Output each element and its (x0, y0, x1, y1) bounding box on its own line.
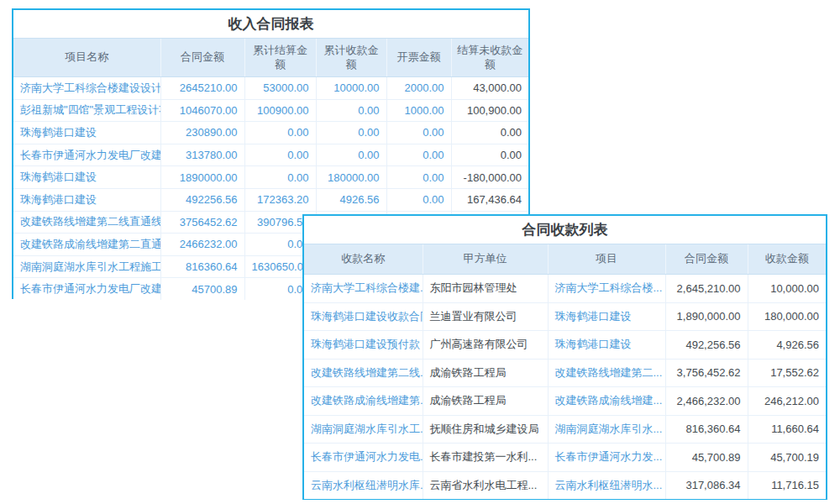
table-row: 湖南洞庭湖水库引水工...抚顺住房和城乡建设局湖南洞庭湖水库引水...816,3… (304, 415, 826, 444)
project-link[interactable]: 珠海鹤港口建设收款合同 (304, 302, 423, 331)
cell: 45,700.89 (665, 444, 748, 472)
column-header: 合同金额 (160, 39, 244, 77)
project-link[interactable]: 湖南洞庭湖水库引水... (548, 415, 665, 444)
cell: 0.00 (316, 99, 386, 122)
cell: 0.00 (244, 144, 316, 166)
cell: 0.00 (244, 166, 316, 189)
cell: 45,700.19 (748, 444, 826, 472)
project-link[interactable]: 改建铁路线增建第二线直通线 (13, 211, 160, 234)
cell: 东阳市园林管理处 (423, 275, 548, 303)
cell: 0.00 (386, 122, 451, 144)
cell: 100,900.00 (451, 99, 528, 122)
cell: 17,552.62 (748, 359, 826, 387)
cell: 167,436.64 (451, 188, 528, 211)
cell: 317,086.34 (665, 471, 748, 499)
cell: 0.00 (316, 144, 386, 166)
table-row: 改建铁路线增建第二线...成渝铁路工程局改建铁路线增建第二...3,756,45… (304, 359, 826, 387)
project-link[interactable]: 云南水利枢纽潜明水库... (304, 471, 423, 499)
cell: 43,000.00 (451, 77, 528, 100)
cell: 3,756,452.62 (665, 359, 748, 387)
project-link[interactable]: 济南大学工科综合楼... (548, 275, 665, 303)
cell: 11,716.15 (748, 471, 826, 499)
project-link[interactable]: 珠海鹤港口建设 (548, 331, 665, 360)
cell: 1,890,000.00 (665, 302, 748, 331)
column-header: 收款金额 (748, 244, 826, 275)
table-row: 云南水利枢纽潜明水库...云南省水利水电工程...云南水利枢纽潜明水...317… (304, 471, 826, 499)
income-report-header-row: 项目名称合同金额累计结算金额累计收款金额开票金额结算未收款金额 (13, 39, 528, 77)
column-header: 累计收款金额 (316, 39, 386, 77)
table-row: 珠海鹤港口建设预付款广州高速路有限公司珠海鹤港口建设492,256.564,92… (304, 331, 826, 360)
cell: 0.00 (386, 144, 451, 166)
column-header: 开票金额 (386, 39, 451, 77)
table-row: 彭祖新城"四馆"景观工程设计项目1046070.00100900.000.001… (13, 99, 528, 122)
cell: 0.00 (316, 122, 386, 144)
cell: 492,256.56 (665, 331, 748, 360)
project-link[interactable]: 云南水利枢纽潜明水... (548, 471, 665, 499)
table-row: 改建铁路成渝线增建第...成渝铁路工程局改建铁路成渝线增建...2,466,23… (304, 387, 826, 416)
project-link[interactable]: 长春市伊通河水力发电厂改建工程 (13, 144, 160, 166)
table-row: 长春市伊通河水力发电厂改建工程313780.000.000.000.000.00 (13, 144, 528, 166)
column-header: 累计结算金额 (244, 39, 316, 77)
project-link[interactable]: 珠海鹤港口建设 (13, 188, 160, 211)
cell: 10,000.00 (748, 275, 826, 303)
cell: 长春市建投第一水利... (423, 444, 548, 472)
cell: 抚顺住房和城乡建设局 (423, 415, 548, 444)
project-link[interactable]: 珠海鹤港口建设 (13, 122, 160, 144)
cell: 45700.89 (160, 278, 244, 300)
project-link[interactable]: 改建铁路线增建第二线... (304, 359, 423, 387)
project-link[interactable]: 湖南洞庭湖水库引水工... (304, 415, 423, 444)
project-link[interactable]: 改建铁路成渝线增建... (548, 387, 665, 416)
receipt-list-header-row: 收款名称甲方单位项目合同金额收款金额 (304, 244, 826, 275)
cell: 313780.00 (160, 144, 244, 166)
cell: 0.00 (386, 188, 451, 211)
cell: 0.00 (451, 144, 528, 166)
cell: 11,660.64 (748, 415, 826, 444)
income-report-title: 收入合同报表 (13, 10, 528, 38)
project-link[interactable]: 改建铁路成渝线增建第... (304, 387, 423, 416)
project-link[interactable]: 长春市伊通河水力发... (548, 444, 665, 472)
project-link[interactable]: 济南大学工科综合楼建设设计项目 (13, 77, 160, 100)
table-row: 济南大学工科综合楼建设设计项目2645210.0053000.0010000.0… (13, 77, 528, 100)
project-link[interactable]: 彭祖新城"四馆"景观工程设计项目 (13, 99, 160, 122)
cell: 1890000.00 (160, 166, 244, 189)
column-header: 结算未收款金额 (451, 39, 528, 77)
receipt-list-title: 合同收款列表 (304, 216, 826, 244)
cell: 0.00 (386, 166, 451, 189)
cell: 2000.00 (386, 77, 451, 100)
column-header: 项目 (548, 244, 665, 275)
cell: 816,360.64 (665, 415, 748, 444)
cell: 246,212.00 (748, 387, 826, 416)
table-row: 珠海鹤港口建设230890.000.000.000.000.00 (13, 122, 528, 144)
receipt-list-panel: 合同收款列表 收款名称甲方单位项目合同金额收款金额 济南大学工科综合楼建...东… (302, 214, 827, 500)
cell: 0.00 (244, 122, 316, 144)
column-header: 合同金额 (665, 244, 748, 275)
cell: 180000.00 (316, 166, 386, 189)
project-link[interactable]: 长春市伊通河水力发电厂改建工程 (13, 278, 160, 300)
cell: 53000.00 (244, 77, 316, 100)
cell: 816360.64 (160, 255, 244, 278)
cell: 492256.56 (160, 188, 244, 211)
project-link[interactable]: 珠海鹤港口建设预付款 (304, 331, 423, 360)
project-link[interactable]: 济南大学工科综合楼建... (304, 275, 423, 303)
cell: 230890.00 (160, 122, 244, 144)
project-link[interactable]: 湖南洞庭湖水库引水工程施工标段 (13, 255, 160, 278)
project-link[interactable]: 珠海鹤港口建设 (548, 302, 665, 331)
cell: 4,926.56 (748, 331, 826, 360)
cell: 2,645,210.00 (665, 275, 748, 303)
project-link[interactable]: 长春市伊通河水力发电... (304, 444, 423, 472)
cell: 成渝铁路工程局 (423, 359, 548, 387)
cell: 2,466,232.00 (665, 387, 748, 416)
table-row: 珠海鹤港口建设收款合同兰迪置业有限公司珠海鹤港口建设1,890,000.0018… (304, 302, 826, 331)
project-link[interactable]: 改建铁路线增建第二... (548, 359, 665, 387)
column-header: 甲方单位 (423, 244, 548, 275)
cell: 4926.56 (316, 188, 386, 211)
project-link[interactable]: 改建铁路成渝线增建第二直通线 (13, 234, 160, 256)
project-link[interactable]: 珠海鹤港口建设 (13, 166, 160, 189)
cell: 3756452.62 (160, 211, 244, 234)
cell: 1046070.00 (160, 99, 244, 122)
cell: 100900.00 (244, 99, 316, 122)
cell: 1000.00 (386, 99, 451, 122)
table-row: 珠海鹤港口建设492256.56172363.204926.560.00167,… (13, 188, 528, 211)
table-row: 济南大学工科综合楼建...东阳市园林管理处济南大学工科综合楼...2,645,2… (304, 275, 826, 303)
receipt-list-table: 收款名称甲方单位项目合同金额收款金额 济南大学工科综合楼建...东阳市园林管理处… (304, 244, 826, 499)
